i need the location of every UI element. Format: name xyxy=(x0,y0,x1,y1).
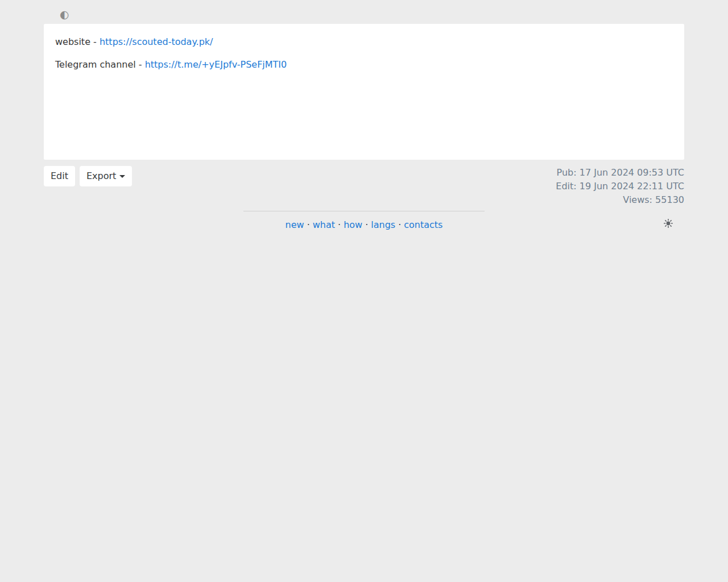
sun-icon[interactable] xyxy=(664,219,673,228)
footer-separator: · xyxy=(338,219,341,230)
caret-down-icon xyxy=(119,175,125,178)
paste-line-label: website - xyxy=(55,36,100,47)
footer: new·what·how·langs·contacts xyxy=(44,211,684,232)
footer-link-what[interactable]: what xyxy=(313,219,335,230)
topbar: ◐ xyxy=(44,0,684,24)
footer-separator: · xyxy=(398,219,401,230)
contrast-toggle-icon[interactable]: ◐ xyxy=(60,9,69,20)
paste-content-card: website - https://scouted-today.pk/ Tele… xyxy=(44,24,684,160)
footer-separator: · xyxy=(365,219,368,230)
footer-nav: new·what·how·langs·contacts xyxy=(44,211,684,232)
paste-line-label: Telegram channel - xyxy=(55,59,145,70)
footer-link-new[interactable]: new xyxy=(286,219,304,230)
footer-link-how[interactable]: how xyxy=(344,219,362,230)
export-button-label: Export xyxy=(86,171,116,181)
pub-timestamp: Pub: 17 Jun 2024 09:53 UTC xyxy=(556,166,684,180)
button-group: Edit Export xyxy=(44,166,132,186)
paste-link-telegram[interactable]: https://t.me/+yEJpfv-PSeFjMTI0 xyxy=(145,59,287,70)
edit-timestamp: Edit: 19 Jun 2024 22:11 UTC xyxy=(556,180,684,193)
export-button[interactable]: Export xyxy=(80,166,132,186)
edit-button[interactable]: Edit xyxy=(44,166,75,186)
footer-link-langs[interactable]: langs xyxy=(371,219,395,230)
paste-line: website - https://scouted-today.pk/ xyxy=(55,35,673,49)
page-container: ◐ website - https://scouted-today.pk/ Te… xyxy=(44,0,684,232)
paste-link-website[interactable]: https://scouted-today.pk/ xyxy=(100,36,213,47)
views-count: Views: 55130 xyxy=(556,193,684,207)
footer-separator: · xyxy=(307,219,310,230)
paste-metadata: Pub: 17 Jun 2024 09:53 UTC Edit: 19 Jun … xyxy=(556,166,684,207)
action-row: Edit Export Pub: 17 Jun 2024 09:53 UTC E… xyxy=(44,166,684,207)
paste-line: Telegram channel - https://t.me/+yEJpfv-… xyxy=(55,58,673,72)
footer-link-contacts[interactable]: contacts xyxy=(404,219,442,230)
